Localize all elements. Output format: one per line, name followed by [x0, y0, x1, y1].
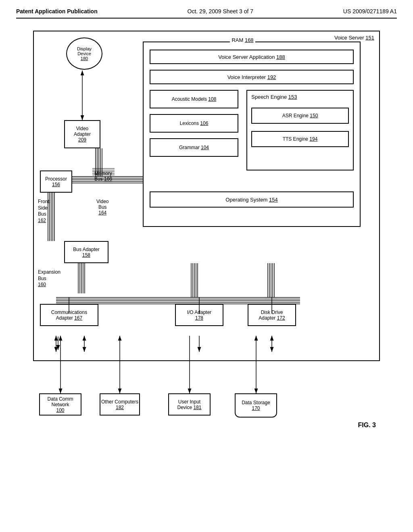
acoustic-models-box: Acoustic Models 108 — [150, 90, 238, 108]
page-header: Patent Application Publication Oct. 29, … — [16, 8, 397, 19]
disk-drive-adapter-box: Disk Drive Adapter 172 — [248, 304, 296, 326]
voice-server-box: Voice Server 151 DisplayDevice 180 RAM 1… — [33, 31, 380, 361]
display-device-label: DisplayDevice — [77, 46, 92, 56]
bus-adapter-box: Bus Adapter 158 — [64, 241, 108, 263]
display-device-num: 180 — [77, 56, 92, 61]
memory-bus-label: Memory Bus 166 — [94, 170, 112, 182]
user-input-device-box: User Input Device 181 — [168, 393, 211, 416]
speech-engine-box: Speech Engine 153 ASR Engine 150 TTS Eng… — [246, 90, 354, 170]
data-storage-box: Data Storage 170 — [235, 393, 277, 418]
asr-engine-box: ASR Engine 150 — [251, 108, 349, 124]
grammar-box: Grammar 104 — [150, 138, 238, 157]
front-side-bus-label: Front Side Bus 162 — [38, 199, 49, 224]
header-center: Oct. 29, 2009 Sheet 3 of 7 — [188, 8, 253, 15]
processor-box: Processor 156 — [40, 170, 72, 193]
display-device-box: DisplayDevice 180 — [66, 37, 102, 70]
ram-label: RAM 168 — [230, 37, 255, 43]
header-left: Patent Application Publication — [16, 8, 98, 15]
io-adapter-box: I/O Adapter 178 — [175, 304, 223, 326]
header-right: US 2009/0271189 A1 — [343, 8, 397, 15]
expansion-bus-label: Expansion Bus 160 — [38, 269, 60, 288]
diagram-wrapper: Voice Server 151 DisplayDevice 180 RAM 1… — [33, 31, 380, 474]
video-adapter-box: Video Adapter 209 — [64, 120, 100, 148]
voice-server-label: Voice Server 151 — [334, 35, 374, 41]
comm-adapter-box: Communications Adapter 167 — [40, 304, 98, 326]
voice-interpreter-box: Voice Interpreter 192 — [150, 70, 354, 84]
speech-engine-label: Speech Engine 153 — [251, 94, 297, 100]
figure-label: FIG. 3 — [358, 422, 376, 429]
vsa-box: Voice Server Application 188 — [150, 50, 354, 64]
ram-box: RAM 168 Voice Server Application 188 Voi… — [143, 42, 361, 227]
other-computers-box: Other Computers 182 — [100, 393, 140, 416]
data-comm-box: Data Comm Network 100 — [39, 393, 81, 416]
os-box: Operating System 154 — [150, 191, 354, 208]
tts-engine-box: TTS Engine 194 — [251, 131, 349, 147]
lexicons-box: Lexicons 106 — [150, 114, 238, 133]
video-bus-label: Video Bus 164 — [96, 199, 108, 216]
